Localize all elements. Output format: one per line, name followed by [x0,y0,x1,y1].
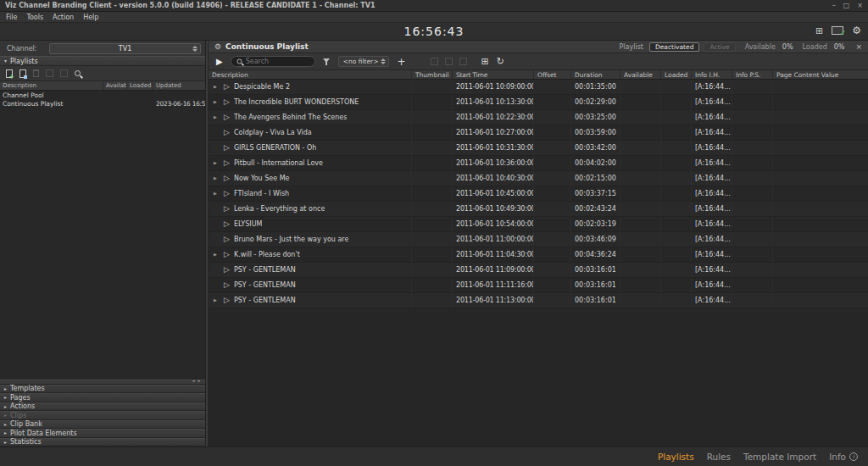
minimize-button[interactable]: – [832,3,836,9]
playlist-row[interactable]: ▶ ▷ PSY - GENTLEMAN 2011-06-01 11:09:00:… [209,263,868,278]
column-header[interactable]: Description [209,70,412,79]
column-header[interactable]: Info I.H. [692,70,732,79]
page-content-cell [773,263,868,277]
channel-select[interactable]: TV1 [49,43,201,54]
playlist-list-row[interactable]: Continuous Playlist2023-06-16 16:56 [0,99,205,108]
playlist-row[interactable]: ▶ ▷ Now You See Me 2011-06-01 10:40:30:0… [209,171,868,186]
panels-icon[interactable]: ⊞ [815,26,823,36]
playlist-row[interactable]: ▶ ▷ FTIsland - I Wish 2011-06-01 10:45:0… [209,186,868,202]
section-actions[interactable]: ▸Actions [0,402,205,412]
column-header[interactable]: Start Time [453,70,534,79]
playlist-row[interactable]: ▶ ▷ Bruno Mars - Just the way you are 20… [209,232,868,247]
tab-rules[interactable]: Rules [707,452,731,462]
deactivated-button[interactable]: Deactivated [649,42,699,52]
group-tool-icon [431,58,438,65]
column-header[interactable]: Page Content Value [773,70,868,79]
settings-gear-icon[interactable]: ⚙ [852,25,861,36]
playlists-table-body: Channel PoolContinuous Playlist2023-06-1… [0,91,205,108]
playlists-section-header[interactable]: ▾ Playlists [0,56,205,66]
section-statistics[interactable]: ▸Statistics [0,438,205,447]
menu-file[interactable]: File [6,14,17,21]
grid-view-icon[interactable]: ⊞ [481,57,489,66]
monitor-status-icon[interactable]: ✓ [832,26,843,35]
column-header[interactable]: Duration [571,70,620,79]
search-icon[interactable] [75,70,81,76]
clock-display: 16:56:43 [0,25,868,38]
expand-arrow-icon[interactable]: ▶ [214,161,220,165]
column-header[interactable]: Available [620,70,661,79]
search-input[interactable] [246,58,309,65]
column-header[interactable]: Loaded [661,70,692,79]
column-header[interactable]: Offset [534,70,571,79]
column-header[interactable]: Info P.S. [732,70,773,79]
section-label: Clip Bank [10,420,42,428]
expand-arrow-icon[interactable]: ▶ [214,85,220,89]
description-cell: Channel Pool [0,92,103,99]
expand-arrow-icon[interactable]: ▶ [214,298,220,302]
playlist-row[interactable]: ▶ ▷ PSY - GENTLEMAN 2011-06-01 11:13:00:… [209,293,868,308]
offset-cell [534,80,571,94]
new-playlist-icon[interactable] [6,69,13,78]
tab-label: Info [829,452,846,462]
column-header[interactable]: Description [0,81,103,90]
info-ps-cell [732,247,773,262]
playlist-row[interactable]: ▶ ▷ K.will - Please don't 2011-06-01 11:… [209,247,868,263]
menu-action[interactable]: Action [53,14,74,21]
playlist-row[interactable]: ▶ ▷ Coldplay - Viva La Vida 2011-06-01 1… [209,125,868,141]
column-header[interactable]: Updated [153,81,205,90]
playlist-row[interactable]: ▶ ▷ The Incredible BURT WONDERSTONE 2011… [209,95,868,110]
playlist-row[interactable]: ▶ ▷ PSY - GENTLEMAN 2011-06-01 11:11:16:… [209,278,868,293]
expand-arrow-icon[interactable]: ▶ [214,252,220,257]
column-header[interactable]: Thumbnail [412,70,453,79]
add-filter-button[interactable]: + [397,57,405,67]
menu-help[interactable]: Help [83,14,98,21]
filter-funnel-icon[interactable] [323,58,331,66]
expand-arrow-icon[interactable]: ▶ [214,100,220,104]
filter-select[interactable]: <no filter> [338,56,390,67]
tab-info[interactable]: Infoi [829,452,858,462]
page-content-cell [773,171,868,186]
search-box[interactable] [231,56,315,67]
available-cell [620,247,661,262]
section-clips[interactable]: ▸Clips [0,411,205,420]
refresh-icon[interactable]: ↻ [497,57,504,66]
section-templates[interactable]: ▸Templates [0,385,205,394]
playlist-list-row[interactable]: Channel Pool [0,91,205,99]
playlist-row[interactable]: ▶ ▷ ELYSIUM 2011-06-01 10:54:00:00 00:02… [209,217,868,232]
duration-cell: 00:03:37:15 [571,186,620,201]
panel-close-icon[interactable]: × [855,43,862,51]
offset-cell [534,217,571,231]
menu-tools[interactable]: Tools [26,14,43,21]
section-clip-bank[interactable]: ▸Clip Bank [0,420,205,430]
playlist-row[interactable]: ▶ ▷ Pitbull - International Love 2011-06… [209,156,868,171]
loaded-cell [661,232,692,247]
offset-cell [534,171,571,186]
description-cell: ▶ ▷ GIRLS GENERATION - Oh [209,141,412,155]
start-time-cell: 2011-06-01 10:27:00:00 [453,125,534,140]
page-content-cell [773,232,868,247]
import-playlist-icon[interactable] [19,69,26,78]
left-panel: Channel: TV1 ▾ Playlists DescriptionAv [0,41,206,447]
active-button[interactable]: Active [704,42,735,52]
tab-template-import[interactable]: Template Import [743,452,816,462]
expand-arrow-icon[interactable]: ▶ [214,176,220,180]
close-button[interactable]: × [857,3,863,9]
panel-splitter[interactable] [0,380,205,385]
playlist-row[interactable]: ▶ ▷ The Avengers Behind The Scenes 2011-… [209,110,868,125]
playlist-row[interactable]: ▶ ▷ Despicable Me 2 2011-06-01 10:09:00:… [209,80,868,95]
playlist-row[interactable]: ▶ ▷ GIRLS GENERATION - Oh 2011-06-01 10:… [209,141,868,156]
description-cell: ▶ ▷ Now You See Me [209,171,412,186]
section-pilot-data-elements[interactable]: ▸Pilot Data Elements [0,429,205,438]
column-header[interactable]: Loaded [127,81,153,90]
expand-arrow-icon[interactable]: ▶ [214,115,220,119]
tab-playlists[interactable]: Playlists [658,452,694,462]
section-label: Pilot Data Elements [10,430,77,437]
offset-cell [534,125,571,140]
expand-arrow-icon[interactable]: ▶ [214,191,220,196]
section-pages[interactable]: ▸Pages [0,393,205,402]
info-ih-cell: [A:16:44... [692,95,732,109]
column-header[interactable]: Available [103,81,127,90]
maximize-button[interactable]: □ [843,3,850,9]
playlist-row[interactable]: ▶ ▷ Lenka - Everything at once 2011-06-0… [209,202,868,217]
play-button[interactable]: ▶ [216,58,223,66]
